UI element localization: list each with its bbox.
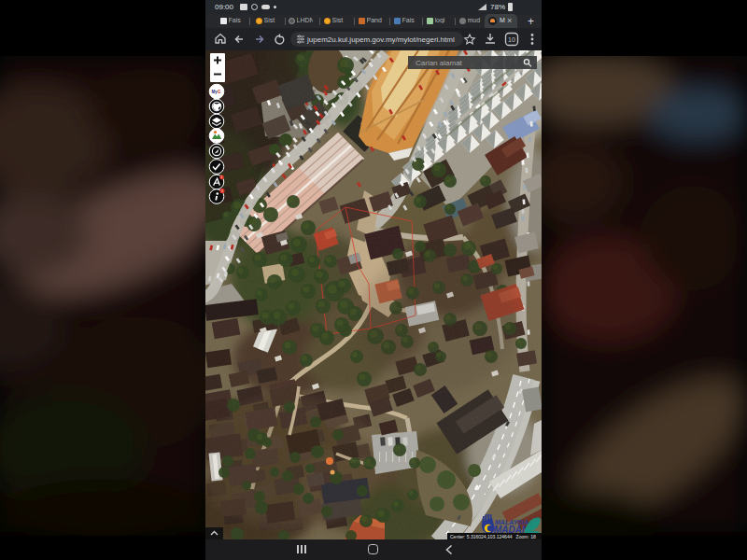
svg-text:jupem2u.kul.jupem.gov.my/mylot: jupem2u.kul.jupem.gov.my/mylot/negeri.ht… (306, 35, 455, 44)
svg-text:Carian alamat: Carian alamat (416, 59, 463, 67)
svg-text:MyG: MyG (212, 90, 221, 94)
svg-text:1: 1 (221, 175, 223, 179)
svg-text:10: 10 (508, 36, 515, 43)
svg-text:Center: 5.316024,103.124644: Center: 5.316024,103.124644 Zoom: 18 (450, 534, 536, 539)
svg-text:1: 1 (221, 189, 223, 193)
